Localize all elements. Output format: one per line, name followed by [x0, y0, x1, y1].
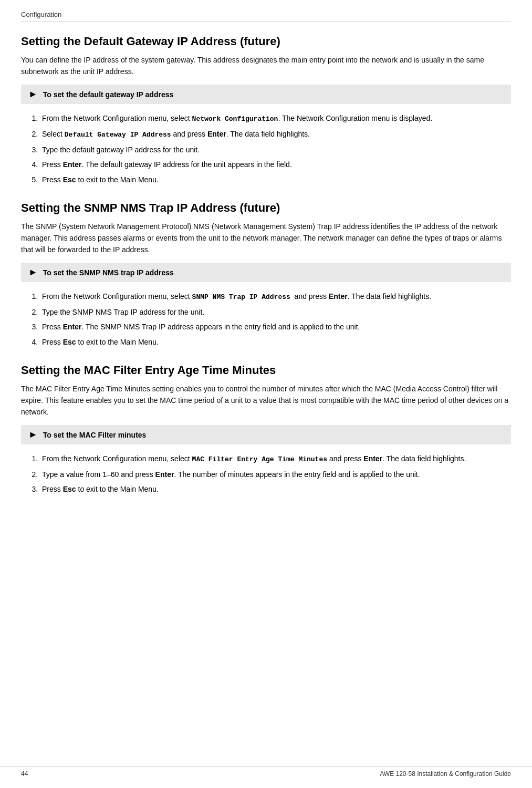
bold-enter-2-3: Enter: [63, 323, 82, 331]
step-1-2: Select Default Gateway IP Address and pr…: [40, 128, 511, 141]
section2-procedure-header: ► To set the SNMP NMS trap IP address: [21, 263, 511, 282]
bold-esc-2-4: Esc: [63, 338, 76, 346]
section2-procedure-header-text: To set the SNMP NMS trap IP address: [43, 268, 174, 277]
section2-heading: Setting the SNMP NMS Trap IP Address (fu…: [21, 201, 511, 215]
arrow-icon-1: ►: [28, 89, 38, 100]
arrow-icon-3: ►: [28, 429, 38, 440]
section-mac-filter: Setting the MAC Filter Entry Age Time Mi…: [21, 364, 511, 495]
section3-heading: Setting the MAC Filter Entry Age Time Mi…: [21, 364, 511, 377]
step-1-4: Press Enter. The default gateway IP addr…: [40, 159, 511, 170]
step-2-2: Type the SNMP NMS Trap IP address for th…: [40, 306, 511, 318]
section1-procedure-header: ► To set the default gateway IP address: [21, 85, 511, 104]
step-2-3: Press Enter. The SNMP NMS Trap IP addres…: [40, 321, 511, 333]
footer-guide-title: AWE 120-58 Installation & Configuration …: [380, 770, 511, 777]
section3-procedure-header: ► To set the MAC Filter minutes: [21, 425, 511, 444]
bold-enter-2-1: Enter: [329, 292, 348, 300]
step-3-3: Press Esc to exit to the Main Menu.: [40, 483, 511, 495]
section1-procedure-header-text: To set the default gateway IP address: [43, 90, 173, 99]
code-snmp-trap: SNMP NMS Trap IP Address: [192, 293, 290, 301]
bold-esc-3-3: Esc: [63, 485, 76, 493]
section3-procedure-header-text: To set the MAC Filter minutes: [43, 431, 147, 439]
step-2-4: Press Esc to exit to the Main Menu.: [40, 336, 511, 348]
bold-enter-3-1: Enter: [363, 454, 382, 463]
footer-page-number: 44: [21, 770, 28, 777]
step-3-2: Type a value from 1–60 and press Enter. …: [40, 469, 511, 480]
step-1-1: From the Network Configuration menu, sel…: [40, 112, 511, 125]
step-1-3: Type the default gateway IP address for …: [40, 144, 511, 155]
section2-steps: From the Network Configuration menu, sel…: [40, 291, 511, 348]
step-3-1: From the Network Configuration menu, sel…: [40, 453, 511, 465]
section-snmp-trap: Setting the SNMP NMS Trap IP Address (fu…: [21, 201, 511, 348]
section1-heading: Setting the Default Gateway IP Address (…: [21, 35, 511, 48]
step-1-5: Press Esc to exit to the Main Menu.: [40, 174, 511, 185]
section1-steps: From the Network Configuration menu, sel…: [40, 112, 511, 185]
header-section-title: Configuration: [21, 11, 61, 18]
section1-intro: You can define the IP address of the sys…: [21, 55, 511, 77]
section3-steps: From the Network Configuration menu, sel…: [40, 453, 511, 495]
footer: 44 AWE 120-58 Installation & Configurati…: [0, 766, 532, 777]
arrow-icon-2: ►: [28, 267, 38, 278]
bold-enter-1-2: Enter: [207, 130, 226, 138]
code-network-config: Network Configuration: [192, 115, 278, 123]
step-2-1: From the Network Configuration menu, sel…: [40, 291, 511, 303]
section3-intro: The MAC Filter Entry Age Time Minutes se…: [21, 383, 511, 418]
section2-intro: The SNMP (System Network Management Prot…: [21, 221, 511, 255]
code-mac-filter: MAC Filter Entry Age Time Minutes: [192, 455, 327, 463]
page: Configuration Setting the Default Gatewa…: [0, 0, 532, 527]
code-default-gateway: Default Gateway IP Address: [65, 131, 171, 139]
header-bar: Configuration: [21, 11, 511, 22]
section-default-gateway: Setting the Default Gateway IP Address (…: [21, 35, 511, 185]
bold-enter-1-4: Enter: [63, 160, 82, 169]
bold-esc-1-5: Esc: [63, 175, 76, 184]
bold-enter-3-2: Enter: [155, 470, 174, 479]
